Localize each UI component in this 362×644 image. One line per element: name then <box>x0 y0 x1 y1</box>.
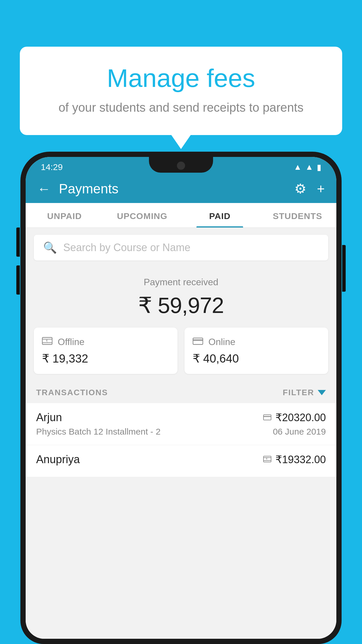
transactions-header: TRANSACTIONS FILTER <box>26 382 336 403</box>
tab-students[interactable]: STUDENTS <box>259 203 337 228</box>
svg-rect-4 <box>193 338 203 344</box>
transaction-amount-2: ₹19332.00 <box>275 454 326 466</box>
tab-upcoming[interactable]: UPCOMING <box>103 203 181 228</box>
signal-icon: ▲ <box>305 162 313 172</box>
svg-text:₹: ₹ <box>266 458 268 461</box>
phone-notch <box>149 157 213 173</box>
battery-icon: ▮ <box>317 162 321 172</box>
offline-payment-card: ₹ Offline ₹ 19,332 <box>34 328 178 374</box>
add-button[interactable]: + <box>317 181 325 197</box>
transaction-name-2: Anupriya <box>36 453 80 466</box>
transaction-date: 06 June 2019 <box>273 427 326 437</box>
phone-screen: 14:29 ▲ ▲ ▮ ← Payments ⚙ + <box>26 157 336 639</box>
transaction-payment-icon <box>263 413 271 423</box>
manage-fees-title: Manage fees <box>43 64 319 92</box>
online-amount: ₹ 40,640 <box>193 352 320 365</box>
power-button <box>342 245 346 292</box>
back-button[interactable]: ← <box>37 181 51 197</box>
filter-button[interactable]: FILTER <box>283 388 326 397</box>
payment-summary: Payment received ₹ 59,972 <box>26 267 336 325</box>
status-time: 14:29 <box>41 162 63 172</box>
speech-bubble: Manage fees of your students and send re… <box>20 47 342 135</box>
transaction-row[interactable]: Arjun ₹20320.00 <box>26 403 336 445</box>
content-area: 🔍 Search by Course or Name Payment recei… <box>26 228 336 639</box>
tab-unpaid[interactable]: UNPAID <box>26 203 103 228</box>
top-bar: ← Payments ⚙ + <box>26 176 336 203</box>
top-bar-actions: ⚙ + <box>294 181 325 197</box>
volume-down-button <box>16 265 20 295</box>
transactions-label: TRANSACTIONS <box>36 388 108 397</box>
settings-button[interactable]: ⚙ <box>294 181 306 197</box>
transaction-amount: ₹20320.00 <box>275 412 326 424</box>
speech-bubble-container: Manage fees of your students and send re… <box>20 47 342 135</box>
offline-amount: ₹ 19,332 <box>42 352 169 365</box>
volume-up-button <box>16 228 20 257</box>
svg-text:₹: ₹ <box>46 339 48 343</box>
phone-outer: 14:29 ▲ ▲ ▮ ← Payments ⚙ + <box>20 152 342 644</box>
transaction-row[interactable]: Anupriya ₹ ₹19 <box>26 445 336 477</box>
status-icons: ▲ ▲ ▮ <box>294 162 321 172</box>
payment-received-amount: ₹ 59,972 <box>31 292 331 318</box>
transaction-name: Arjun <box>36 411 62 424</box>
camera-dot <box>177 162 185 170</box>
transaction-payment-icon-2: ₹ <box>263 455 271 465</box>
payment-cards: ₹ Offline ₹ 19,332 <box>34 328 328 374</box>
svg-rect-6 <box>263 415 271 420</box>
phone-frame: 14:29 ▲ ▲ ▮ ← Payments ⚙ + <box>20 152 342 644</box>
online-payment-icon <box>193 336 203 348</box>
online-payment-card: Online ₹ 40,640 <box>184 328 328 374</box>
offline-label: Offline <box>58 337 85 347</box>
online-label: Online <box>208 337 236 347</box>
filter-label: FILTER <box>283 388 314 397</box>
payment-received-label: Payment received <box>31 277 331 288</box>
manage-fees-subtitle: of your students and send receipts to pa… <box>43 101 319 115</box>
transaction-course: Physics Batch 12 Installment - 2 <box>36 427 161 437</box>
tab-paid[interactable]: PAID <box>181 203 259 228</box>
offline-payment-icon: ₹ <box>42 336 52 348</box>
search-icon: 🔍 <box>43 241 57 254</box>
search-bar[interactable]: 🔍 Search by Course or Name <box>34 235 328 260</box>
tabs-bar: UNPAID UPCOMING PAID STUDENTS <box>26 203 336 228</box>
filter-icon <box>318 390 326 395</box>
search-placeholder-text: Search by Course or Name <box>63 242 190 254</box>
page-title: Payments <box>59 181 294 197</box>
wifi-icon: ▲ <box>294 162 302 172</box>
